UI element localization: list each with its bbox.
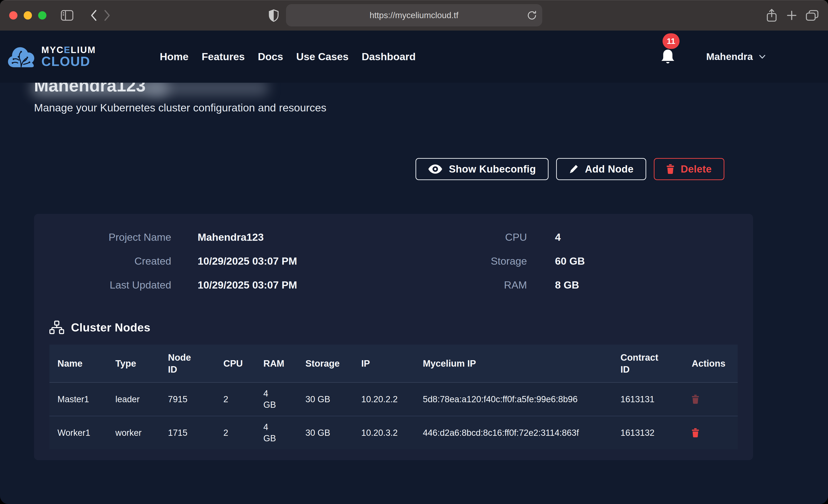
nav-item-use-cases[interactable]: Use Cases [296, 51, 348, 63]
node-name: Master1 [49, 382, 107, 416]
node-storage: 30 GB [297, 416, 353, 449]
cluster-nodes-heading: Cluster Nodes [49, 321, 738, 335]
logo-text: MYCELIUM CLOUD [41, 45, 96, 68]
delete-node-button[interactable] [692, 428, 699, 437]
node-name: Worker1 [49, 416, 107, 449]
zoom-window-button[interactable] [38, 11, 46, 19]
share-icon[interactable] [766, 8, 778, 22]
sidebar-toggle-icon[interactable] [61, 10, 74, 21]
delete-label: Delete [681, 163, 712, 175]
col-name: Name [49, 345, 107, 382]
node-type: worker [107, 416, 160, 449]
nav-item-dashboard[interactable]: Dashboard [362, 51, 416, 63]
nav-item-features[interactable]: Features [202, 51, 245, 63]
show-kubeconfig-label: Show Kubeconfig [449, 163, 536, 175]
cluster-nodes-table: Name Type Node ID CPU RAM Storage IP Myc… [49, 345, 738, 449]
node-id: 7915 [160, 382, 215, 416]
table-header-row: Name Type Node ID CPU RAM Storage IP Myc… [49, 345, 738, 382]
node-actions [684, 382, 738, 416]
node-ip: 10.20.3.2 [353, 416, 415, 449]
node-cpu: 2 [215, 382, 255, 416]
col-ram: RAM [255, 345, 297, 382]
project-name-value: Mahendra123 [171, 225, 458, 249]
node-cpu: 2 [215, 416, 255, 449]
browser-window: https://myceliumcloud.tf [0, 0, 828, 504]
cluster-details-grid: Project Name Mahendra123 CPU 4 Created 1… [49, 225, 738, 297]
col-storage: Storage [297, 345, 353, 382]
node-actions [684, 416, 738, 449]
delete-cluster-button[interactable]: Delete [654, 158, 724, 180]
node-storage: 30 GB [297, 382, 353, 416]
table-row: Master1 leader 7915 2 4 GB 30 GB 10.20.2… [49, 382, 738, 416]
delete-node-button[interactable] [692, 395, 699, 404]
tab-overview-icon[interactable] [805, 10, 819, 21]
cluster-nodes-icon [49, 321, 64, 335]
col-cpu: CPU [215, 345, 255, 382]
add-node-button[interactable]: Add Node [556, 158, 646, 180]
chevron-down-icon [759, 54, 766, 59]
cluster-nodes-title: Cluster Nodes [71, 321, 150, 334]
cpu-label: CPU [458, 225, 527, 249]
minimize-window-button[interactable] [24, 11, 32, 19]
notifications-button[interactable]: 11 [661, 48, 676, 66]
close-window-button[interactable] [9, 11, 17, 19]
last-updated-value: 10/29/2025 03:07 PM [171, 273, 458, 297]
node-ram: 4 GB [255, 416, 297, 449]
forward-icon[interactable] [104, 10, 110, 21]
window-controls [9, 11, 46, 19]
created-value: 10/29/2025 03:07 PM [171, 249, 458, 273]
browser-chrome: https://myceliumcloud.tf [0, 0, 828, 31]
nav-item-docs[interactable]: Docs [258, 51, 283, 63]
new-tab-icon[interactable] [786, 10, 797, 21]
node-mycelium-ip: 5d8:78ea:a120:f40c:ff0f:a5fe:99e6:8b96 [415, 382, 613, 416]
cloud-logo-icon [7, 45, 36, 69]
col-mycelium-ip: Mycelium IP [415, 345, 613, 382]
trash-icon [666, 164, 674, 174]
ram-label: RAM [458, 273, 527, 297]
site-header: MYCELIUM CLOUD Home Features Docs Use Ca… [0, 31, 828, 83]
page-title: Mahendra123 [34, 83, 828, 97]
privacy-shield-icon[interactable] [268, 9, 279, 22]
storage-value: 60 GB [527, 249, 738, 273]
ram-value: 8 GB [527, 273, 738, 297]
notification-count-badge: 11 [663, 33, 679, 49]
project-name-label: Project Name [49, 225, 171, 249]
show-kubeconfig-button[interactable]: Show Kubeconfig [415, 158, 548, 180]
table-row: Worker1 worker 1715 2 4 GB 30 GB 10.20.3… [49, 416, 738, 449]
back-icon[interactable] [90, 10, 97, 21]
content: Mahendra123 Manage your Kubernetes clust… [0, 83, 828, 504]
col-actions: Actions [684, 345, 738, 382]
cluster-details-card: Project Name Mahendra123 CPU 4 Created 1… [34, 214, 753, 460]
nav-item-home[interactable]: Home [160, 51, 189, 63]
logo-line2: CLOUD [41, 55, 96, 68]
created-label: Created [49, 249, 171, 273]
col-node-id: Node ID [160, 345, 215, 382]
user-menu[interactable]: Mahendra [706, 51, 766, 62]
address-bar[interactable]: https://myceliumcloud.tf [286, 4, 542, 27]
col-ip: IP [353, 345, 415, 382]
refresh-icon[interactable] [527, 10, 537, 21]
eye-icon [428, 164, 442, 174]
node-type: leader [107, 382, 160, 416]
storage-label: Storage [458, 249, 527, 273]
col-contract-id: Contract ID [613, 345, 684, 382]
mycelium-cloud-logo[interactable]: MYCELIUM CLOUD [7, 45, 96, 69]
node-id: 1715 [160, 416, 215, 449]
page: MYCELIUM CLOUD Home Features Docs Use Ca… [0, 31, 828, 504]
node-contract-id: 1613132 [613, 416, 684, 449]
url-text: https://myceliumcloud.tf [370, 10, 458, 20]
page-subtitle: Manage your Kubernetes cluster configura… [34, 101, 828, 114]
trash-icon [692, 428, 699, 437]
last-updated-label: Last Updated [49, 273, 171, 297]
add-node-label: Add Node [585, 163, 633, 175]
col-type: Type [107, 345, 160, 382]
cpu-value: 4 [527, 225, 738, 249]
node-ram: 4 GB [255, 382, 297, 416]
bell-icon [661, 49, 675, 65]
node-contract-id: 1613131 [613, 382, 684, 416]
main-nav: Home Features Docs Use Cases Dashboard [160, 51, 415, 63]
logo-line1: MYCELIUM [41, 45, 96, 54]
node-mycelium-ip: 446:d2a6:8bcd:8c16:ff0f:72e2:3114:863f [415, 416, 613, 449]
user-name: Mahendra [706, 51, 753, 62]
trash-icon [692, 395, 699, 404]
